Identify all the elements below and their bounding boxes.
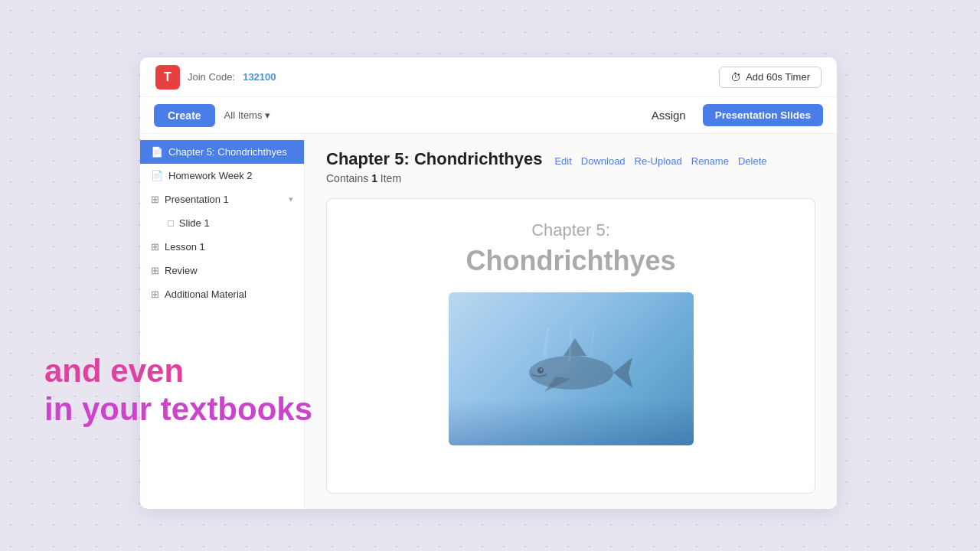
grid-icon: ⊞ (151, 194, 159, 205)
svg-point-6 (540, 369, 542, 371)
svg-marker-3 (564, 338, 586, 356)
all-items-label: All Items (224, 109, 263, 121)
assign-button[interactable]: Assign (642, 104, 695, 126)
presentation-slides-button[interactable]: Presentation Slides (703, 104, 823, 126)
reupload-link[interactable]: Re-Upload (635, 155, 682, 167)
top-bar: T Join Code: 132100 ⏱ Add 60s Timer (140, 57, 837, 97)
slide-chapter-label: Chapter 5: (531, 220, 610, 240)
svg-marker-2 (613, 357, 632, 388)
all-items-button[interactable]: All Items ▾ (224, 109, 271, 121)
sidebar-item-label: Slide 1 (179, 217, 293, 229)
sidebar-item-label: Additional Material (165, 289, 293, 300)
chapter-subtitle: Contains 1 Item (326, 172, 815, 184)
slide-chapter-name: Chondrichthyes (466, 245, 675, 277)
sidebar-item-label: Lesson 1 (165, 241, 293, 253)
logo-icon: T (155, 65, 180, 90)
sidebar: 📄 Chapter 5: Chondrichthyes 📄 Homework W… (140, 134, 305, 509)
chevron-down-icon: ▾ (289, 194, 293, 204)
document-icon: 📄 (151, 146, 163, 158)
shark-illustration (502, 327, 640, 411)
water-overlay (449, 399, 694, 445)
svg-line-8 (570, 327, 571, 361)
slide-inner: Chapter 5: Chondrichthyes (327, 199, 815, 493)
toolbar: Create All Items ▾ Assign Presentation S… (140, 97, 837, 134)
sidebar-item-chapter5[interactable]: 📄 Chapter 5: Chondrichthyes (140, 140, 304, 164)
join-code-value: 132100 (243, 71, 276, 83)
toolbar-left: Create All Items ▾ (154, 104, 270, 127)
toolbar-right: Assign Presentation Slides (642, 104, 823, 126)
chapter-header: Chapter 5: Chondrichthyes Edit Download … (326, 149, 815, 169)
sidebar-item-label: Chapter 5: Chondrichthyes (168, 146, 293, 158)
document-icon: 📄 (151, 170, 163, 181)
chevron-down-icon: ▾ (265, 109, 270, 121)
delete-link[interactable]: Delete (738, 155, 767, 167)
sidebar-item-label: Presentation 1 (165, 194, 283, 205)
join-code-label: Join Code: (188, 71, 235, 83)
main-content: Chapter 5: Chondrichthyes Edit Download … (305, 134, 837, 509)
top-bar-left: T Join Code: 132100 (155, 65, 276, 90)
create-button[interactable]: Create (154, 104, 215, 127)
rename-link[interactable]: Rename (691, 155, 729, 167)
content-area: 📄 Chapter 5: Chondrichthyes 📄 Homework W… (140, 134, 837, 509)
item-count: 1 (371, 172, 377, 184)
slide-preview-card: Chapter 5: Chondrichthyes (326, 198, 815, 494)
edit-link[interactable]: Edit (554, 155, 571, 167)
sidebar-item-review[interactable]: ⊞ Review (140, 259, 304, 282)
grid-icon: ⊞ (151, 241, 159, 253)
slide-image-container (449, 292, 694, 445)
sidebar-item-presentation1[interactable]: ⊞ Presentation 1 ▾ (140, 187, 304, 211)
grid-icon: ⊞ (151, 265, 159, 276)
add-timer-button[interactable]: ⏱ Add 60s Timer (719, 67, 822, 88)
app-container: T Join Code: 132100 ⏱ Add 60s Timer Crea… (140, 57, 837, 509)
timer-button-label: Add 60s Timer (746, 71, 810, 83)
sidebar-item-additional-material[interactable]: ⊞ Additional Material (140, 282, 304, 306)
square-icon: □ (168, 217, 174, 229)
sidebar-item-slide1[interactable]: □ Slide 1 (140, 211, 304, 235)
grid-icon: ⊞ (151, 289, 159, 300)
sidebar-item-label: Homework Week 2 (168, 170, 293, 181)
download-link[interactable]: Download (581, 155, 626, 167)
chapter-actions: Edit Download Re-Upload Rename Delete (554, 155, 766, 167)
sidebar-item-lesson1[interactable]: ⊞ Lesson 1 (140, 235, 304, 259)
timer-icon: ⏱ (730, 71, 741, 83)
svg-line-9 (590, 327, 594, 356)
chapter-title: Chapter 5: Chondrichthyes (326, 149, 542, 169)
sidebar-item-homework2[interactable]: 📄 Homework Week 2 (140, 164, 304, 187)
sidebar-item-label: Review (165, 265, 293, 276)
svg-line-7 (544, 327, 548, 357)
